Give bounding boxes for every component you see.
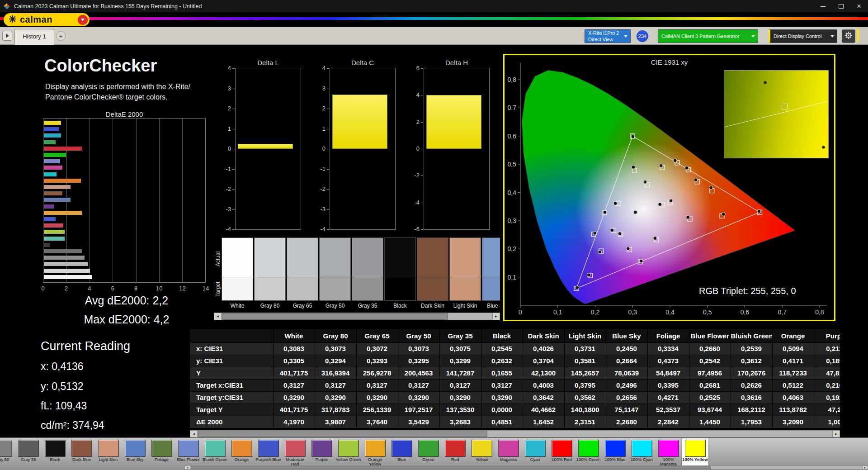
- swatch-color: [258, 440, 279, 457]
- nav-forward-button[interactable]: [2, 31, 12, 41]
- pattern-swatch-purplish-blue[interactable]: Purplish Blue: [255, 438, 282, 467]
- display-control-dropdown[interactable]: Direct Display Control: [769, 29, 837, 43]
- table-row: ΔE 20004,19703,98073,76403,54293,26830,4…: [190, 416, 840, 428]
- delta-h-title: Delta H: [424, 59, 490, 66]
- table-cell: 0,2525: [689, 391, 731, 404]
- cie-measured-point: [598, 250, 602, 254]
- delta-c-bar: [332, 95, 387, 149]
- axis-tick-label: 0: [519, 309, 522, 316]
- pattern-swatch-blue-sky[interactable]: Blue Sky: [122, 438, 148, 467]
- table-col-header: Orange: [772, 329, 814, 342]
- pattern-swatch-100-red[interactable]: 100% Red: [548, 438, 575, 467]
- scroll-left-icon[interactable]: ◄: [214, 313, 222, 320]
- actual-swatch: [254, 237, 286, 277]
- actual-swatch: [319, 237, 351, 277]
- pattern-swatch-green[interactable]: Green: [415, 438, 442, 467]
- cie-measured-point: [632, 165, 635, 169]
- pattern-swatch-cyan[interactable]: Cyan: [522, 438, 548, 467]
- maximize-button[interactable]: [832, 0, 850, 12]
- swatch-strip-scrollbar[interactable]: ◄►: [214, 313, 500, 320]
- table-cell: 170,2676: [731, 367, 772, 379]
- table-cell: 3,9807: [315, 416, 356, 428]
- deltae-bar: [44, 185, 71, 189]
- add-tab-button[interactable]: +: [56, 31, 66, 41]
- pattern-swatch-100-yellow[interactable]: 100% Yellow: [682, 438, 708, 467]
- pattern-swatch-light-skin[interactable]: Light Skin: [95, 438, 122, 467]
- pattern-swatch-gray-50[interactable]: Gray 50: [0, 438, 15, 467]
- axis-tick-label: 0: [313, 145, 326, 152]
- pattern-swatch-magenta[interactable]: Magenta: [495, 438, 522, 467]
- meter-dropdown[interactable]: X-Rite i1Pro 2 Direct View: [585, 29, 631, 43]
- deltae-bar: [44, 198, 71, 202]
- table-col-header: Gray 35: [439, 329, 481, 342]
- pattern-swatch-moderate-red[interactable]: Moderate Red: [282, 438, 308, 467]
- pattern-swatch-dark-skin[interactable]: Dark Skin: [68, 438, 95, 467]
- pattern-generator-dropdown[interactable]: CalMAN Client 3 Pattern Generator: [658, 29, 758, 43]
- cie-measured-point: [757, 209, 761, 213]
- pattern-swatch-orange[interactable]: Orange: [228, 438, 255, 467]
- scroll-right-icon[interactable]: ►: [492, 313, 500, 320]
- axis-tick-label: -3: [313, 206, 326, 213]
- tab-history-1[interactable]: History 1: [14, 29, 54, 45]
- swatch-color: [498, 440, 519, 457]
- axis-tick-label: 1: [313, 125, 326, 132]
- table-cell: 1,4450: [689, 416, 731, 428]
- deltae-bar: [44, 172, 57, 176]
- pattern-swatch-foliage[interactable]: Foliage: [148, 438, 175, 467]
- palette-scrollbar[interactable]: ◄►: [184, 465, 868, 470]
- pattern-swatch-100-blue[interactable]: 100% Blue: [602, 438, 628, 467]
- table-col-header: Black: [481, 329, 523, 342]
- pattern-swatch-100-cyan[interactable]: 100% Cyan: [628, 438, 655, 467]
- measurement-table: WhiteGray 80Gray 65Gray 50Gray 35BlackDa…: [190, 329, 840, 428]
- pattern-swatch-blue-flower[interactable]: Blue Flower: [175, 438, 202, 467]
- tick-mark: [421, 122, 423, 123]
- tick-mark: [327, 209, 329, 210]
- pattern-swatch-orange-yellow[interactable]: Orange Yellow: [362, 438, 388, 467]
- table-cell: 197,2517: [398, 404, 439, 416]
- cie-measured-point: [576, 286, 579, 290]
- brand-name: calman: [20, 14, 52, 25]
- cie-measured-point: [822, 146, 825, 149]
- scroll-left-icon[interactable]: ◄: [185, 466, 190, 469]
- calman-logo[interactable]: calman: [4, 13, 90, 26]
- pattern-swatch-100-magenta[interactable]: 100% Magenta: [655, 438, 682, 467]
- table-scrollbar[interactable]: ◄►: [190, 430, 840, 437]
- swatch-color: [178, 440, 199, 457]
- scrollbar-thumb[interactable]: [198, 431, 487, 437]
- pattern-swatch-gray-35[interactable]: Gray 35: [15, 438, 42, 467]
- pattern-swatch-yellow[interactable]: Yellow: [468, 438, 495, 467]
- pattern-swatch-100-green[interactable]: 100% Green: [575, 438, 602, 467]
- axis-tick-label: 0,1: [553, 309, 562, 316]
- swatch-label: Green: [415, 457, 442, 462]
- scrollbar-thumb[interactable]: [222, 313, 448, 320]
- current-reading-x: x: 0,4136: [41, 361, 84, 373]
- table-cell: 0,3293: [356, 355, 398, 367]
- target-swatch: [352, 277, 383, 301]
- table-cell: 0,3642: [523, 391, 564, 404]
- swatch-color: [605, 440, 626, 457]
- minimize-button[interactable]: [814, 0, 832, 12]
- scrollbar-thumb[interactable]: [191, 466, 711, 469]
- pattern-swatch-red[interactable]: Red: [442, 438, 468, 467]
- axis-tick-label: 2: [218, 105, 231, 112]
- settings-button[interactable]: [842, 29, 855, 43]
- pattern-swatch-blue[interactable]: Blue: [388, 438, 415, 467]
- scroll-left-icon[interactable]: ◄: [190, 431, 198, 437]
- axis-tick-label: -6: [407, 226, 420, 233]
- scroll-right-icon[interactable]: ►: [832, 431, 840, 437]
- pattern-swatch-bluish-green[interactable]: Bluish Green: [202, 438, 228, 467]
- cie-measured-point: [709, 186, 713, 190]
- delta-l-bar: [238, 144, 293, 149]
- pattern-swatch-purple[interactable]: Purple: [308, 438, 335, 467]
- cie-measured-point: [658, 203, 662, 206]
- pattern-swatch-yellow-green[interactable]: Yellow Green: [335, 438, 362, 467]
- logo-menu-button[interactable]: [78, 15, 88, 25]
- pattern-swatch-black[interactable]: Black: [42, 438, 68, 467]
- close-button[interactable]: ×: [850, 0, 868, 12]
- swatch-label: Gray 50: [319, 303, 351, 309]
- scroll-right-icon[interactable]: ►: [862, 466, 868, 469]
- cie-measured-point: [659, 164, 663, 167]
- table-cell: 0,4271: [647, 391, 689, 404]
- table-cell: 0,0000: [481, 404, 523, 416]
- logo-bar: calman: [0, 12, 868, 27]
